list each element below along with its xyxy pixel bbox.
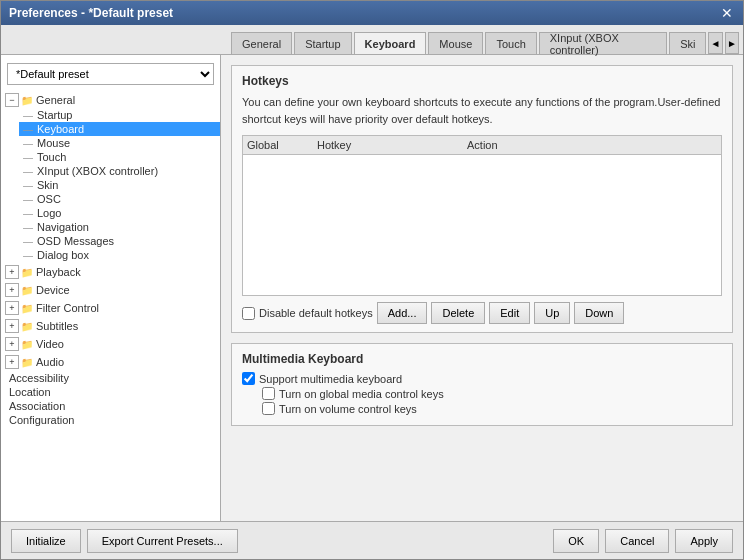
- tree-item-osc[interactable]: —OSC: [19, 192, 220, 206]
- title-bar: Preferences - *Default preset ✕: [1, 1, 743, 25]
- tree-container: − 📁 General —Startup —Keyboard —Mouse —T…: [1, 89, 220, 429]
- volume-control-checkbox[interactable]: [262, 402, 275, 415]
- global-media-label: Turn on global media control keys: [279, 388, 444, 400]
- multimedia-title: Multimedia Keyboard: [242, 352, 722, 366]
- footer: Initialize Export Current Presets... OK …: [1, 521, 743, 559]
- edit-button[interactable]: Edit: [489, 302, 530, 324]
- tree-item-association[interactable]: Association: [1, 399, 220, 413]
- disable-hotkeys-label: Disable default hotkeys: [259, 307, 373, 319]
- tree-item-configuration[interactable]: Configuration: [1, 413, 220, 427]
- export-button[interactable]: Export Current Presets...: [87, 529, 238, 553]
- disable-hotkeys-checkbox[interactable]: [242, 307, 255, 320]
- right-panel: Hotkeys You can define your own keyboard…: [221, 55, 743, 521]
- folder-icon-video: 📁: [21, 339, 33, 350]
- preset-selector: *Default preset: [7, 63, 214, 85]
- tree-item-location[interactable]: Location: [1, 385, 220, 399]
- global-media-checkbox[interactable]: [262, 387, 275, 400]
- tab-keyboard[interactable]: Keyboard: [354, 32, 427, 54]
- folder-icon-general: 📁: [21, 95, 33, 106]
- tab-ski[interactable]: Ski: [669, 32, 706, 54]
- expander-device[interactable]: +: [5, 283, 19, 297]
- tree-section-video: + 📁 Video: [1, 335, 220, 353]
- expander-playback[interactable]: +: [5, 265, 19, 279]
- add-button[interactable]: Add...: [377, 302, 428, 324]
- tree-item-navigation[interactable]: —Navigation: [19, 220, 220, 234]
- initialize-button[interactable]: Initialize: [11, 529, 81, 553]
- tree-label-device[interactable]: Device: [36, 284, 70, 296]
- footer-right: OK Cancel Apply: [553, 529, 733, 553]
- tree-label-video[interactable]: Video: [36, 338, 64, 350]
- preset-dropdown[interactable]: *Default preset: [7, 63, 214, 85]
- hotkey-buttons: Disable default hotkeys Add... Delete Ed…: [242, 302, 722, 324]
- tree-section-device: + 📁 Device: [1, 281, 220, 299]
- tree-label-subtitles[interactable]: Subtitles: [36, 320, 78, 332]
- multimedia-section: Multimedia Keyboard Support multimedia k…: [231, 343, 733, 426]
- hotkeys-title: Hotkeys: [242, 74, 722, 88]
- tab-startup[interactable]: Startup: [294, 32, 351, 54]
- down-button[interactable]: Down: [574, 302, 624, 324]
- close-button[interactable]: ✕: [719, 5, 735, 21]
- volume-control-row: Turn on volume control keys: [242, 402, 722, 415]
- tree-section-audio: + 📁 Audio: [1, 353, 220, 371]
- col-header-hotkey: Hotkey: [317, 139, 467, 151]
- tree-section-playback: + 📁 Playback: [1, 263, 220, 281]
- footer-left: Initialize Export Current Presets...: [11, 529, 238, 553]
- tree-item-accessibility[interactable]: Accessibility: [1, 371, 220, 385]
- tabs-bar: General Startup Keyboard Mouse Touch XIn…: [1, 25, 743, 55]
- global-media-row: Turn on global media control keys: [242, 387, 722, 400]
- up-button[interactable]: Up: [534, 302, 570, 324]
- tree-item-dialog-box[interactable]: —Dialog box: [19, 248, 220, 262]
- tree-item-touch[interactable]: —Touch: [19, 150, 220, 164]
- expander-video[interactable]: +: [5, 337, 19, 351]
- tab-mouse[interactable]: Mouse: [428, 32, 483, 54]
- apply-button[interactable]: Apply: [675, 529, 733, 553]
- hotkeys-section: Hotkeys You can define your own keyboard…: [231, 65, 733, 333]
- cancel-button[interactable]: Cancel: [605, 529, 669, 553]
- content-area: *Default preset − 📁 General —Startup —Ke…: [1, 55, 743, 521]
- col-header-global: Global: [247, 139, 317, 151]
- expander-filter-control[interactable]: +: [5, 301, 19, 315]
- hotkey-table-header: Global Hotkey Action: [243, 136, 721, 155]
- tree-section-filter-control: + 📁 Filter Control: [1, 299, 220, 317]
- tree-label-general[interactable]: General: [36, 94, 75, 106]
- tab-scroll-right[interactable]: ►: [725, 32, 739, 54]
- tab-scroll-left[interactable]: ◄: [708, 32, 722, 54]
- tab-xinput[interactable]: XInput (XBOX controller): [539, 32, 667, 54]
- tree-section-general: − 📁 General —Startup —Keyboard —Mouse —T…: [1, 91, 220, 263]
- tree-item-startup[interactable]: —Startup: [19, 108, 220, 122]
- folder-icon-audio: 📁: [21, 357, 33, 368]
- tree-label-playback[interactable]: Playback: [36, 266, 81, 278]
- preferences-window: Preferences - *Default preset ✕ General …: [0, 0, 744, 560]
- tree-label-filter-control[interactable]: Filter Control: [36, 302, 99, 314]
- folder-icon-filter-control: 📁: [21, 303, 33, 314]
- support-multimedia-label: Support multimedia keyboard: [259, 373, 402, 385]
- tree-item-skin[interactable]: —Skin: [19, 178, 220, 192]
- tree-item-osd-messages[interactable]: —OSD Messages: [19, 234, 220, 248]
- ok-button[interactable]: OK: [553, 529, 599, 553]
- folder-icon-playback: 📁: [21, 267, 33, 278]
- col-header-action: Action: [467, 139, 717, 151]
- hotkey-table: Global Hotkey Action: [242, 135, 722, 296]
- volume-control-label: Turn on volume control keys: [279, 403, 417, 415]
- hotkey-table-body[interactable]: [243, 155, 721, 295]
- tree-section-subtitles: + 📁 Subtitles: [1, 317, 220, 335]
- tree-item-mouse[interactable]: —Mouse: [19, 136, 220, 150]
- left-panel: *Default preset − 📁 General —Startup —Ke…: [1, 55, 221, 521]
- delete-button[interactable]: Delete: [431, 302, 485, 324]
- tab-touch[interactable]: Touch: [485, 32, 536, 54]
- folder-icon-subtitles: 📁: [21, 321, 33, 332]
- expander-subtitles[interactable]: +: [5, 319, 19, 333]
- tree-item-xinput[interactable]: —XInput (XBOX controller): [19, 164, 220, 178]
- expander-general[interactable]: −: [5, 93, 19, 107]
- support-multimedia-row: Support multimedia keyboard: [242, 372, 722, 385]
- tree-label-audio[interactable]: Audio: [36, 356, 64, 368]
- expander-audio[interactable]: +: [5, 355, 19, 369]
- hotkeys-description: You can define your own keyboard shortcu…: [242, 94, 722, 127]
- tab-general[interactable]: General: [231, 32, 292, 54]
- support-multimedia-checkbox[interactable]: [242, 372, 255, 385]
- tree-children-general: —Startup —Keyboard —Mouse —Touch —XInput…: [1, 108, 220, 262]
- window-title: Preferences - *Default preset: [9, 6, 173, 20]
- tree-item-logo[interactable]: —Logo: [19, 206, 220, 220]
- tree-item-keyboard[interactable]: —Keyboard: [19, 122, 220, 136]
- folder-icon-device: 📁: [21, 285, 33, 296]
